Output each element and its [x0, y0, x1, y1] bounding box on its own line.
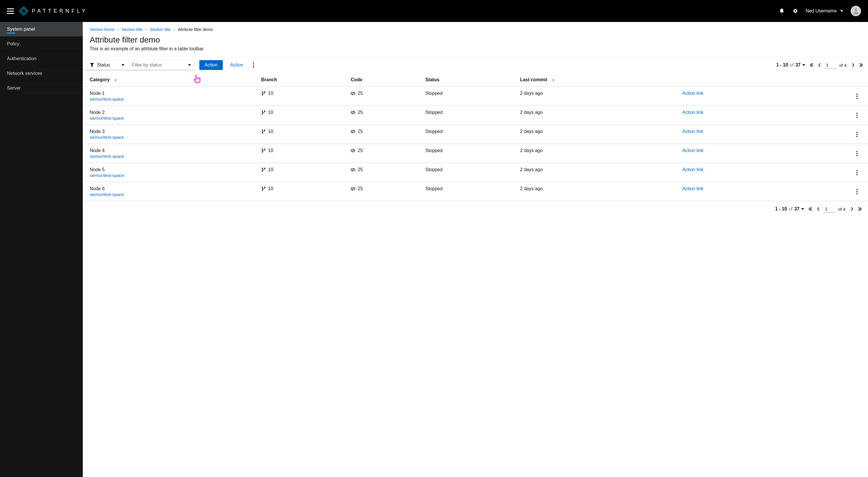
- main-content: Section home›Section title›Section title…: [83, 22, 868, 477]
- user-menu-toggle[interactable]: Ned Username: [806, 8, 843, 13]
- column-header[interactable]: Category: [83, 73, 258, 87]
- caret-down-icon: [802, 64, 805, 66]
- status-cell: Stopped: [422, 144, 517, 163]
- column-header: Status: [422, 73, 517, 87]
- breadcrumb-item[interactable]: Section title: [122, 27, 142, 32]
- row-kebab-menu[interactable]: [853, 130, 861, 139]
- toolbar-kebab-menu[interactable]: [249, 60, 257, 70]
- node-workspace-link[interactable]: siemur/test-space: [90, 192, 254, 197]
- pagination-page-input[interactable]: [823, 205, 835, 213]
- branch-icon: [261, 91, 266, 96]
- pagination-next-button[interactable]: [848, 206, 855, 212]
- filter-attribute-select[interactable]: Status: [87, 60, 128, 70]
- column-header: [789, 73, 868, 87]
- sidebar-item-policy[interactable]: Policy: [0, 37, 83, 52]
- node-workspace-link[interactable]: siemur/test-space: [90, 173, 254, 178]
- status-cell: Stopped: [422, 87, 517, 106]
- sidebar-item-server[interactable]: Server: [0, 81, 83, 96]
- svg-point-15: [262, 168, 263, 169]
- node-name: Node 5: [90, 167, 254, 172]
- brand[interactable]: PATTERNFLY: [19, 6, 88, 15]
- sidebar-item-authentication[interactable]: Authentication: [0, 52, 83, 66]
- avatar[interactable]: [850, 6, 861, 16]
- sidebar-item-system-panel[interactable]: System panel: [0, 22, 83, 37]
- last-commit-cell: 2 days ago: [517, 182, 679, 201]
- row-kebab-menu[interactable]: [853, 187, 861, 197]
- notifications-icon[interactable]: [779, 8, 785, 14]
- table-row: Node 3siemur/test-space1025Stopped2 days…: [83, 125, 868, 144]
- masthead-right: Ned Username: [779, 6, 861, 16]
- table-row: Node 2siemur/test-space1025Stopped2 days…: [83, 106, 868, 125]
- status-cell: Stopped: [422, 125, 517, 144]
- filter-value-select[interactable]: Filter by status: [128, 60, 194, 70]
- toolbar-primary-action-button[interactable]: Action: [199, 60, 222, 70]
- status-cell: Stopped: [422, 163, 517, 182]
- caret-down-icon: [188, 64, 191, 66]
- settings-gear-icon[interactable]: [792, 8, 798, 14]
- code-count: 25: [358, 91, 363, 96]
- svg-marker-0: [20, 7, 28, 15]
- svg-point-10: [264, 130, 265, 131]
- brand-text: PATTERNFLY: [32, 8, 88, 14]
- branch-count: 10: [268, 129, 273, 134]
- pagination-last-button[interactable]: [857, 206, 863, 212]
- node-workspace-link[interactable]: siemur/test-space: [90, 135, 254, 140]
- svg-point-16: [264, 168, 265, 169]
- row-action-link[interactable]: Action link: [682, 186, 703, 191]
- svg-marker-1: [22, 9, 26, 13]
- column-header: [679, 73, 789, 87]
- pagination-first-button[interactable]: [808, 62, 815, 69]
- pagination-next-button[interactable]: [849, 62, 857, 69]
- node-workspace-link[interactable]: siemur/test-space: [90, 154, 254, 159]
- data-table: CategoryBranchCodeStatusLast commit Node…: [83, 73, 868, 201]
- code-icon: [351, 167, 355, 172]
- sidebar-item-network-services[interactable]: Network services: [0, 66, 83, 81]
- branch-count: 10: [268, 91, 273, 96]
- pagination-prev-button[interactable]: [815, 206, 822, 212]
- breadcrumb-item[interactable]: Section title: [150, 27, 170, 32]
- row-kebab-menu[interactable]: [853, 110, 861, 120]
- svg-point-11: [262, 132, 263, 134]
- column-header: Branch: [258, 73, 347, 87]
- pagination-total: 37: [795, 62, 801, 68]
- table-row: Node 1siemur/test-space1025Stopped2 days…: [83, 87, 868, 106]
- column-header[interactable]: Last commit: [517, 73, 679, 87]
- node-workspace-link[interactable]: siemur/test-space: [90, 116, 254, 121]
- filter-value-placeholder: Filter by status: [132, 62, 162, 68]
- svg-point-13: [264, 148, 265, 150]
- user-name: Ned Username: [806, 8, 837, 13]
- pagination-nav: of 4: [808, 61, 865, 69]
- row-action-link[interactable]: Action link: [682, 167, 703, 172]
- row-action-link[interactable]: Action link: [682, 148, 703, 153]
- code-icon: [351, 186, 355, 191]
- pagination-page-input[interactable]: [824, 61, 836, 69]
- row-kebab-menu[interactable]: [853, 148, 861, 159]
- svg-point-18: [262, 187, 263, 188]
- row-action-link[interactable]: Action link: [682, 129, 703, 134]
- breadcrumb: Section home›Section title›Section title…: [90, 27, 861, 32]
- pagination-last-button[interactable]: [858, 62, 865, 69]
- row-action-link[interactable]: Action link: [682, 110, 703, 115]
- avatar-placeholder-icon: [852, 7, 860, 15]
- pagination-nav: of 4: [807, 205, 863, 213]
- masthead-left: PATTERNFLY: [7, 6, 88, 15]
- pagination-items-toggle[interactable]: 1 - 10 of 37: [775, 206, 804, 212]
- breadcrumb-separator-icon: ›: [118, 27, 119, 32]
- row-kebab-menu[interactable]: [853, 168, 861, 177]
- row-action-link[interactable]: Action link: [682, 91, 703, 96]
- branch-count: 10: [268, 186, 273, 192]
- table-toolbar: Status Filter by status Action Action 1 …: [83, 57, 868, 73]
- nav-toggle-button[interactable]: [7, 8, 14, 14]
- breadcrumb-item[interactable]: Section home: [90, 27, 115, 32]
- pagination-prev-button[interactable]: [816, 62, 823, 69]
- toolbar-secondary-action-button[interactable]: Action: [226, 60, 248, 70]
- svg-point-8: [262, 113, 263, 114]
- row-kebab-menu[interactable]: [853, 91, 861, 101]
- node-name: Node 1: [90, 91, 254, 96]
- page-title: Attribute filter demo: [90, 35, 861, 44]
- svg-point-20: [262, 190, 263, 191]
- pagination-items-toggle[interactable]: 1 - 10 of 37: [776, 62, 805, 68]
- pagination-first-button[interactable]: [807, 206, 814, 212]
- code-icon: [351, 129, 355, 134]
- node-workspace-link[interactable]: siemur/test-space: [90, 97, 254, 101]
